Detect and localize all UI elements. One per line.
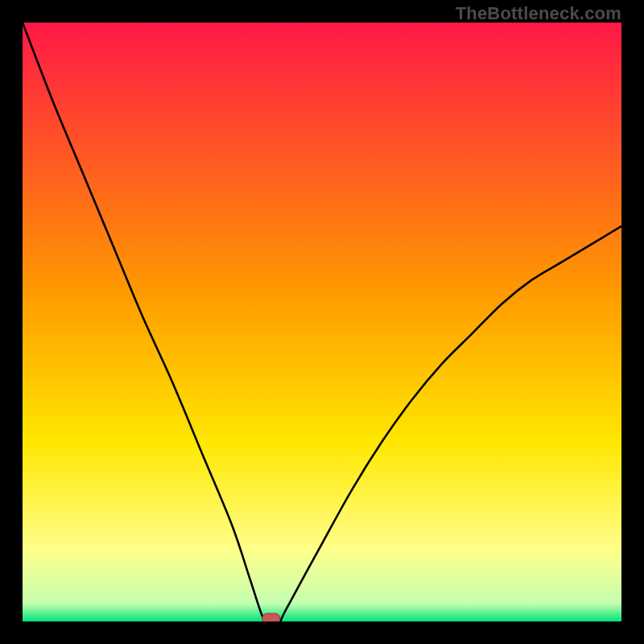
min-bottleneck-marker <box>262 613 280 621</box>
plot-svg <box>23 23 621 621</box>
watermark-text: TheBottleneck.com <box>456 3 621 24</box>
gradient-background <box>23 23 621 621</box>
plot-area <box>23 23 621 621</box>
chart-frame: TheBottleneck.com <box>0 0 644 644</box>
